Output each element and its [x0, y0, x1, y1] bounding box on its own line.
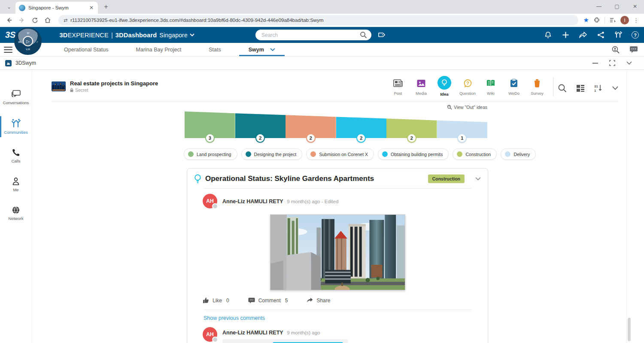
reading-list-icon[interactable] — [609, 17, 616, 24]
content-type-idea[interactable]: Idea — [434, 76, 454, 96]
comment-avatar[interactable]: AH — [203, 327, 217, 342]
funnel-count-badge: 2 — [306, 133, 316, 143]
view-out-ideas-link[interactable]: View "Out" ideas — [185, 105, 487, 110]
notifications-bell-icon[interactable] — [544, 31, 552, 39]
comment-author[interactable]: Anne-Liz HAMULI RETY — [222, 330, 283, 336]
share-network-icon[interactable] — [596, 31, 605, 39]
like-button[interactable]: Like0 — [203, 297, 229, 304]
chat-icon[interactable] — [629, 46, 638, 53]
author-name[interactable]: Anne-Liz HAMULI RETY — [222, 199, 283, 205]
funnel-segment[interactable]: 1 — [437, 111, 488, 138]
home-icon[interactable] — [42, 15, 53, 26]
legend-chip[interactable]: Submision on Corenet X — [306, 148, 374, 160]
community-search-icon[interactable] — [558, 84, 567, 93]
browser-menu-icon[interactable]: ⋮ — [633, 17, 639, 24]
browser-tab[interactable]: Singapore - Swym ✕ — [15, 2, 98, 14]
window-close-button[interactable]: ✕ — [626, 0, 644, 13]
3dcompass-icon[interactable]: W3Di'V,R ▷ — [14, 27, 42, 55]
toolbar-divider — [605, 17, 605, 24]
tag-icon[interactable] — [377, 31, 385, 39]
window-restore-button[interactable]: ▢ — [608, 0, 626, 13]
post-status-badge[interactable]: Construction — [428, 175, 465, 183]
widget-menu-chevron-icon[interactable] — [626, 61, 632, 65]
funnel-count-badge: 2 — [356, 133, 366, 143]
media-icon — [416, 78, 426, 89]
legend-chip[interactable]: Delivery — [501, 148, 536, 160]
add-content-icon[interactable] — [561, 31, 570, 39]
url-text: r1132100753925-eu1-ifwe.3dexperience.3ds… — [70, 18, 323, 23]
sidebar-item-communities[interactable]: Communities — [0, 117, 32, 136]
legend-dot — [188, 151, 194, 157]
sidebar-item-calls[interactable]: Calls — [0, 147, 32, 165]
dashboard-name[interactable]: Singapore — [159, 32, 194, 39]
browser-profile-avatar[interactable]: I — [620, 16, 629, 24]
content-type-media[interactable]: Media — [411, 76, 431, 96]
global-search[interactable] — [255, 30, 371, 40]
funnel-segment[interactable]: 2 — [336, 111, 387, 138]
post-title[interactable]: Operational Status: Skyline Gardens Apar… — [205, 175, 424, 183]
vertical-scrollbar[interactable] — [628, 318, 631, 341]
sidebar-item-conversations[interactable]: Conversations — [0, 88, 32, 107]
app-brand: 3DEXPERIENCE | 3DDashboard Singapore — [59, 32, 194, 39]
layout-view-icon[interactable] — [576, 84, 585, 92]
share-button[interactable]: Share — [307, 298, 330, 304]
author-avatar[interactable]: AH — [203, 194, 217, 208]
share-arrow-icon[interactable] — [579, 31, 587, 39]
content-type-survey[interactable]: Survey — [527, 76, 547, 96]
panel-divider — [626, 70, 627, 343]
post-city-image[interactable] — [270, 214, 405, 290]
content-type-wedo[interactable]: WeDo — [504, 76, 524, 96]
user-search-icon[interactable] — [611, 45, 620, 54]
site-favicon — [19, 5, 25, 11]
community-thumbnail[interactable] — [52, 81, 66, 91]
sidebar-item-network[interactable]: Network — [0, 204, 32, 223]
sidebar-item-me[interactable]: Me — [0, 175, 32, 194]
content-type-wiki[interactable]: Wiki — [481, 76, 501, 96]
site-info-icon[interactable]: ⇄ — [64, 18, 67, 23]
sort-icon[interactable]: 311 — [594, 84, 603, 92]
filter-chevron-icon[interactable] — [612, 86, 618, 90]
legend-chip[interactable]: Obtaining building permits — [378, 148, 449, 160]
conversations-icon — [11, 90, 21, 99]
tab-marina-bay-project[interactable]: Marina Bay Project — [122, 43, 195, 56]
search-input[interactable] — [261, 32, 360, 38]
tab-stats[interactable]: Stats — [195, 43, 235, 56]
extensions-icon[interactable] — [593, 17, 600, 24]
legend-chip[interactable]: Land prospecting — [184, 148, 237, 160]
legend-chip[interactable]: Construction — [453, 148, 497, 160]
reload-icon[interactable] — [29, 15, 40, 26]
url-bar[interactable]: ⇄ r1132100753925-eu1-ifwe.3dexperience.3… — [58, 15, 578, 25]
tab-options-chevron-icon[interactable] — [270, 48, 275, 51]
bookmark-star-icon[interactable]: ★ — [583, 16, 589, 24]
funnel-segment[interactable]: 2 — [386, 111, 437, 138]
swym-brand-icon[interactable] — [614, 31, 623, 39]
post-menu-chevron-icon[interactable] — [475, 177, 481, 181]
legend-label: Designing the project — [254, 152, 297, 157]
show-previous-comments-link[interactable]: Show previous comments — [187, 310, 488, 323]
content-type-post[interactable]: Post — [388, 76, 408, 96]
legend-chip[interactable]: Designing the project — [241, 148, 303, 160]
tab-swym[interactable]: Swym — [235, 43, 289, 56]
back-icon[interactable] — [3, 15, 15, 26]
widget-maximize-icon[interactable] — [609, 60, 615, 66]
new-tab-button[interactable]: + — [100, 1, 112, 12]
idea-icon — [437, 76, 451, 90]
legend-label: Submision on Corenet X — [319, 152, 368, 157]
community-panel: Real estate projects in Singapore Secret… — [32, 70, 644, 343]
content-type-question[interactable]: ? Question — [458, 76, 477, 96]
tab-operational-status[interactable]: Operational Status — [50, 43, 122, 56]
funnel-segment[interactable]: 2 — [235, 111, 286, 138]
hamburger-menu-icon[interactable] — [4, 47, 12, 53]
funnel-segment[interactable]: 3 — [185, 111, 235, 138]
community-title[interactable]: Real estate projects in Singapore — [70, 80, 158, 87]
comment-button[interactable]: Comment5 — [248, 298, 288, 304]
tab-close-icon[interactable]: ✕ — [88, 5, 94, 11]
post-icon — [393, 78, 403, 89]
tab-search-chevron-icon[interactable]: ⌄ — [3, 1, 15, 12]
funnel-segment[interactable]: 2 — [286, 111, 336, 138]
forward-icon[interactable] — [16, 15, 27, 26]
search-icon[interactable] — [360, 31, 367, 39]
widget-minimize-icon[interactable] — [592, 63, 598, 64]
help-icon[interactable]: ? — [632, 31, 639, 39]
window-minimize-button[interactable]: — — [590, 0, 608, 13]
